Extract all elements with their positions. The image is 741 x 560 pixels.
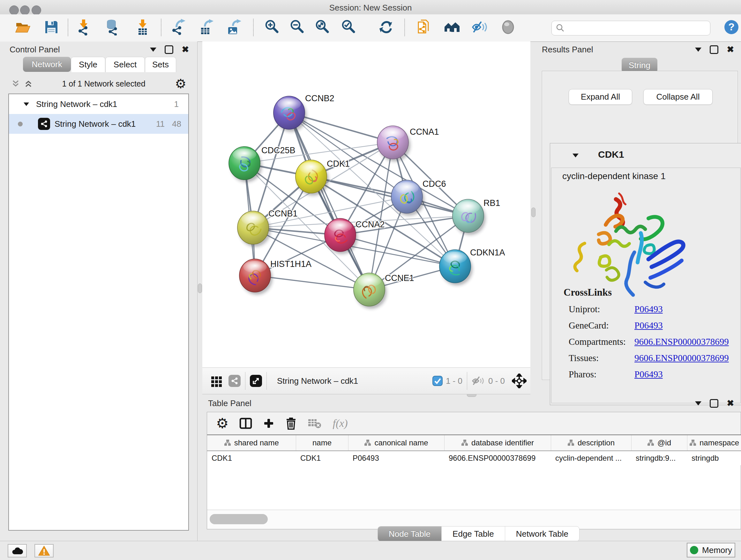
- tab-node-table[interactable]: Node Table: [378, 526, 442, 541]
- window-title: Session: New Session: [0, 3, 741, 13]
- export-network-button[interactable]: [170, 19, 187, 36]
- search-icon: [556, 23, 564, 33]
- warnings-button[interactable]: [35, 544, 54, 557]
- zoom-selected-button[interactable]: [340, 19, 357, 36]
- section-collapse-icon[interactable]: [572, 153, 579, 158]
- import-network-from-database-button[interactable]: [105, 19, 121, 36]
- crosslink-link[interactable]: P06493: [634, 320, 663, 331]
- network-node-CDKN1A[interactable]: CDKN1A: [440, 248, 505, 286]
- tab-select[interactable]: Select: [105, 57, 145, 72]
- tab-network-table[interactable]: Network Table: [505, 526, 579, 541]
- export-table-button[interactable]: [198, 19, 214, 36]
- network-node-count: 11: [156, 119, 165, 129]
- string-network-graph[interactable]: CCNB2CCNA1CDC25BCDK1CDC6RB1CCNB1CCNA2CDK…: [202, 42, 530, 368]
- birds-eye-grid-icon[interactable]: [210, 374, 223, 387]
- table-type-tabs: Node Table Edge Table Network Table: [378, 526, 580, 542]
- panel-collapse-icon[interactable]: [150, 48, 156, 52]
- selected-nodes-checkbox[interactable]: [432, 376, 443, 386]
- panel-close-icon[interactable]: ✖: [727, 45, 734, 54]
- collapse-all-chevron-icon[interactable]: [11, 79, 20, 88]
- home-networks-button[interactable]: [444, 19, 460, 36]
- panel-collapse-icon[interactable]: [695, 401, 701, 406]
- open-in-window-button[interactable]: [250, 375, 262, 387]
- column-header[interactable]: description: [551, 435, 631, 451]
- network-node-RB1[interactable]: RB1: [453, 198, 500, 235]
- help-button[interactable]: ?: [723, 19, 740, 36]
- search-box: [551, 21, 711, 36]
- collapse-all-button[interactable]: Collapse All: [643, 89, 713, 105]
- tab-style[interactable]: Style: [71, 57, 105, 72]
- import-network-button[interactable]: [76, 19, 92, 36]
- import-table-button[interactable]: [134, 19, 151, 36]
- memory-label: Memory: [702, 545, 732, 555]
- panel-collapse-icon[interactable]: [695, 48, 701, 52]
- crosslink-link[interactable]: P06493: [634, 369, 663, 380]
- column-header[interactable]: @id: [631, 435, 687, 451]
- column-header[interactable]: canonical name: [348, 435, 444, 451]
- collection-count: 1: [174, 99, 179, 109]
- node-label-CCNE1: CCNE1: [385, 273, 414, 283]
- results-panel: Results Panel ✖ String Expand All Collap…: [536, 42, 741, 396]
- warning-icon: [38, 545, 50, 556]
- network-node-CCNA1[interactable]: CCNA1: [377, 126, 439, 162]
- node-label-CCNB2: CCNB2: [305, 94, 334, 103]
- network-node-CDC6[interactable]: CDC6: [391, 179, 446, 216]
- crosslink-link[interactable]: 9606.ENSP00000378699: [634, 353, 729, 363]
- tab-edge-table[interactable]: Edge Table: [442, 526, 505, 541]
- network-row[interactable]: String Network – cdk1 11 48: [9, 114, 188, 134]
- add-column-icon[interactable]: [263, 418, 274, 429]
- pan-crosshair-button[interactable]: [512, 374, 527, 388]
- tab-sets[interactable]: Sets: [145, 57, 176, 72]
- netbar-separator: [266, 372, 267, 390]
- share-document-button[interactable]: [416, 19, 432, 36]
- network-view-canvas[interactable]: CCNB2CCNA1CDC25BCDK1CDC6RB1CCNB1CCNA2CDK…: [202, 42, 530, 368]
- memory-button[interactable]: Memory: [687, 543, 735, 557]
- table-options-gear-icon[interactable]: ⚙: [216, 416, 228, 430]
- zoom-in-button[interactable]: [264, 19, 280, 36]
- open-session-button[interactable]: [14, 19, 31, 36]
- export-image-button[interactable]: [225, 19, 242, 36]
- cloud-service-button[interactable]: [8, 544, 27, 557]
- panel-float-icon[interactable]: [165, 45, 173, 54]
- zoom-out-button[interactable]: [289, 19, 306, 36]
- tab-string-results[interactable]: String: [622, 58, 657, 73]
- node-label-RB1: RB1: [483, 198, 500, 208]
- database-icon: [105, 19, 121, 36]
- hide-details-button[interactable]: [471, 19, 488, 36]
- protein-name: CDK1: [598, 149, 624, 160]
- panel-close-icon[interactable]: ✖: [727, 399, 734, 408]
- panel-float-icon[interactable]: [710, 45, 718, 54]
- left-splitter-handle[interactable]: [198, 284, 202, 293]
- column-header[interactable]: name: [296, 435, 348, 451]
- tree-column-icon: [689, 439, 696, 446]
- tab-network[interactable]: Network: [23, 57, 71, 72]
- table-panel-title: Table Panel: [208, 398, 252, 408]
- save-session-button[interactable]: [43, 19, 60, 36]
- scrollbar-thumb[interactable]: [210, 514, 268, 524]
- crosslink-link[interactable]: 9606.ENSP00000378699: [634, 336, 729, 347]
- show-graphics-button[interactable]: [500, 19, 516, 36]
- network-options-gear-icon[interactable]: ⚙: [175, 77, 186, 90]
- column-header[interactable]: namespace: [687, 435, 741, 451]
- column-header[interactable]: database identifier: [444, 435, 551, 451]
- tree-expand-icon[interactable]: [23, 103, 29, 106]
- panel-close-icon[interactable]: ✖: [182, 45, 189, 54]
- right-splitter-handle[interactable]: [531, 207, 536, 217]
- show-columns-icon[interactable]: [239, 418, 252, 429]
- string-network-icon: [38, 118, 50, 130]
- tree-column-icon: [461, 439, 468, 446]
- control-panel-title: Control Panel: [10, 45, 60, 55]
- network-node-HIST1H1A[interactable]: HIST1H1A: [239, 259, 312, 295]
- expand-all-button[interactable]: Expand All: [569, 89, 632, 105]
- column-header[interactable]: shared name: [207, 435, 296, 451]
- network-node-CDK1[interactable]: CDK1: [295, 159, 350, 196]
- expand-all-chevron-icon[interactable]: [24, 79, 32, 88]
- delete-trash-icon[interactable]: [285, 417, 297, 430]
- network-collection-row[interactable]: String Network – cdk1 1: [9, 94, 188, 114]
- network-type-icon[interactable]: [228, 375, 241, 387]
- search-input[interactable]: [564, 23, 700, 33]
- refresh-button[interactable]: [378, 19, 395, 36]
- zoom-fit-button[interactable]: [314, 19, 331, 36]
- panel-float-icon[interactable]: [710, 399, 718, 408]
- crosslink-link[interactable]: P06493: [634, 304, 663, 314]
